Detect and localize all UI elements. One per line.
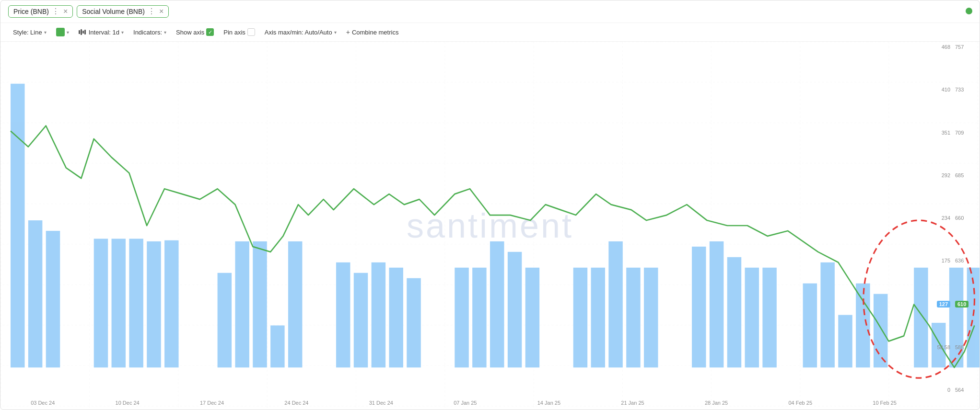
svg-rect-27 <box>626 268 640 367</box>
y-left-label-3: 292 <box>942 172 950 178</box>
svg-rect-11 <box>253 241 267 367</box>
y-right-label-8: 564 <box>955 387 964 393</box>
svg-rect-22 <box>508 252 522 367</box>
axis-max-min-chevron-icon: ▾ <box>334 30 337 35</box>
y-axis-right: 757 733 709 685 660 636 610 588 564 <box>953 42 980 395</box>
color-chevron-icon: ▾ <box>67 30 69 35</box>
indicators-selector[interactable]: Indicators: ▾ <box>128 27 171 38</box>
axis-max-min-label: Axis max/min: Auto/Auto <box>265 29 332 36</box>
svg-rect-23 <box>525 268 539 367</box>
interval-chevron-icon: ▾ <box>121 30 124 35</box>
svg-rect-32 <box>745 268 759 367</box>
svg-rect-18 <box>407 278 420 368</box>
combine-metrics-button[interactable]: + Combine metrics <box>341 26 404 38</box>
axis-max-min-selector[interactable]: Axis max/min: Auto/Auto ▾ <box>260 27 341 38</box>
y-left-label-1: 410 <box>942 87 950 92</box>
plus-icon: + <box>346 28 350 36</box>
y-left-label-5: 175 <box>942 258 950 263</box>
svg-rect-24 <box>573 268 587 367</box>
y-left-current-badge: 127 <box>937 301 950 308</box>
svg-rect-10 <box>235 241 249 367</box>
svg-rect-26 <box>608 241 622 367</box>
toolbar: Style: Line ▾ ▾ Interval: 1d ▾ Indicator… <box>0 23 980 42</box>
pin-axis-checkbox[interactable] <box>247 28 255 36</box>
y-left-label-8: 0 <box>947 387 950 393</box>
show-axis-label: Show axis <box>176 29 204 36</box>
tag-bar: Price (BNB) ⋮ × Social Volume (BNB) ⋮ × <box>0 0 980 23</box>
style-chevron-icon: ▾ <box>44 30 47 35</box>
svg-rect-30 <box>710 241 723 367</box>
indicators-label: Indicators: <box>133 29 162 36</box>
svg-rect-16 <box>372 262 385 367</box>
color-swatch <box>56 28 65 36</box>
y-right-label-7: 588 <box>955 344 964 350</box>
color-selector[interactable]: ▾ <box>51 26 74 38</box>
x-axis: 03 Dec 24 10 Dec 24 17 Dec 24 24 Dec 24 … <box>0 396 927 410</box>
y-right-label-3: 685 <box>955 172 964 178</box>
svg-rect-6 <box>129 239 143 367</box>
online-indicator <box>966 8 972 14</box>
svg-rect-36 <box>838 315 852 368</box>
y-right-label-1: 733 <box>955 87 964 92</box>
y-right-label-5: 636 <box>955 258 964 263</box>
svg-rect-31 <box>727 257 741 367</box>
y-right-current-badge: 610 <box>955 301 968 308</box>
x-label-8: 28 Jan 25 <box>705 400 728 406</box>
y-right-label-2: 709 <box>955 130 964 136</box>
x-label-3: 24 Dec 24 <box>284 400 308 406</box>
svg-rect-29 <box>692 247 706 367</box>
svg-rect-33 <box>762 268 776 367</box>
style-label: Style: Line <box>13 29 42 36</box>
svg-rect-35 <box>820 262 834 367</box>
svg-rect-7 <box>147 241 161 367</box>
svg-rect-5 <box>112 239 126 367</box>
show-axis-checkbox[interactable] <box>206 28 214 36</box>
tag-social-volume-bnb-close-icon[interactable]: × <box>159 8 163 15</box>
tag-social-volume-bnb[interactable]: Social Volume (BNB) ⋮ × <box>77 5 169 18</box>
svg-rect-21 <box>490 241 504 367</box>
tag-price-bnb-close-icon[interactable]: × <box>63 8 68 15</box>
y-left-label-4: 234 <box>942 215 950 221</box>
svg-rect-17 <box>389 268 403 367</box>
interval-selector[interactable]: Interval: 1d ▾ <box>74 27 128 38</box>
y-left-label-7: 58.58 <box>937 344 950 350</box>
svg-rect-12 <box>270 325 284 367</box>
indicators-chevron-icon: ▾ <box>164 30 166 35</box>
pin-axis-toggle[interactable]: Pin axis <box>219 26 260 38</box>
svg-rect-8 <box>164 240 178 368</box>
x-label-0: 03 Dec 24 <box>31 400 55 406</box>
svg-rect-13 <box>288 241 302 367</box>
x-label-1: 10 Dec 24 <box>116 400 140 406</box>
svg-rect-39 <box>914 268 928 367</box>
tag-social-volume-bnb-menu-icon[interactable]: ⋮ <box>148 8 155 15</box>
y-axis-left: 468 410 351 292 234 175 127 58.58 0 <box>927 42 953 395</box>
svg-rect-25 <box>591 268 605 367</box>
x-label-10: 10 Feb 25 <box>873 400 897 406</box>
combine-metrics-label: Combine metrics <box>352 29 399 36</box>
svg-rect-3 <box>46 231 60 367</box>
tag-price-bnb[interactable]: Price (BNB) ⋮ × <box>8 5 73 18</box>
y-right-label-0: 757 <box>955 44 964 50</box>
svg-rect-1 <box>11 84 24 367</box>
svg-rect-34 <box>803 284 817 368</box>
svg-rect-4 <box>94 239 108 367</box>
svg-rect-2 <box>28 220 42 367</box>
interval-icon <box>79 29 86 35</box>
style-selector[interactable]: Style: Line ▾ <box>8 27 51 38</box>
x-label-4: 31 Dec 24 <box>369 400 393 406</box>
tag-price-bnb-menu-icon[interactable]: ⋮ <box>52 8 59 15</box>
x-label-6: 14 Jan 25 <box>537 400 560 406</box>
svg-rect-38 <box>874 294 887 368</box>
pin-axis-label: Pin axis <box>223 29 245 36</box>
x-label-7: 21 Jan 25 <box>621 400 644 406</box>
chart-area: santiment <box>0 42 980 410</box>
svg-rect-28 <box>644 268 658 367</box>
x-label-5: 07 Jan 25 <box>454 400 477 406</box>
svg-rect-19 <box>455 268 468 367</box>
show-axis-toggle[interactable]: Show axis <box>171 26 219 38</box>
svg-rect-15 <box>354 273 368 367</box>
svg-rect-20 <box>472 268 486 367</box>
y-left-label-0: 468 <box>942 44 950 50</box>
interval-label: Interval: 1d <box>89 29 119 36</box>
tag-price-bnb-label: Price (BNB) <box>13 8 49 15</box>
